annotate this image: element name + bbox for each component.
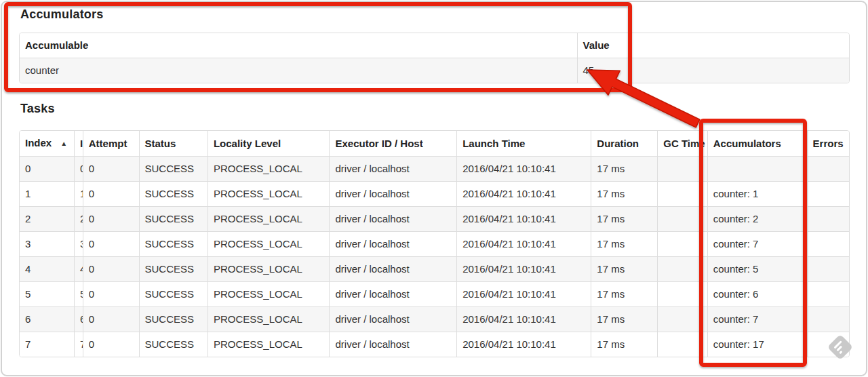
col-header-errors[interactable]: Errors <box>807 131 849 157</box>
cell-attempt: 0 <box>83 157 139 182</box>
cell-status: SUCCESS <box>139 282 208 307</box>
cell-errors <box>807 182 849 207</box>
cell-attempt: 0 <box>83 257 139 282</box>
cell-locality-level: PROCESS_LOCAL <box>208 157 330 182</box>
cell-attempt: 0 <box>83 232 139 257</box>
cell-accumulators: counter: 6 <box>707 282 807 307</box>
cell-index: 4 <box>20 257 74 282</box>
cell-status: SUCCESS <box>139 332 208 357</box>
cell-gc-time <box>658 307 707 332</box>
cell-locality-level: PROCESS_LOCAL <box>208 257 330 282</box>
cell-index: 1 <box>20 182 74 207</box>
cell-attempt: 0 <box>83 332 139 357</box>
col-header-accumulable[interactable]: Accumulable <box>20 33 577 58</box>
header-row: Accumulable Value <box>20 33 850 58</box>
tasks-section-title: Tasks <box>20 102 55 116</box>
cell-index: 3 <box>20 232 74 257</box>
cell-executor-id-host: driver / localhost <box>330 157 457 182</box>
col-header-gc-time[interactable]: GC Time <box>658 131 707 157</box>
table-row: 440SUCCESSPROCESS_LOCALdriver / localhos… <box>20 257 849 282</box>
cell-id: 0 <box>74 157 83 182</box>
table-row: 330SUCCESSPROCESS_LOCALdriver / localhos… <box>20 232 849 257</box>
col-header-duration[interactable]: Duration <box>591 131 658 157</box>
sort-asc-icon: ▲ <box>60 140 67 147</box>
col-header-value[interactable]: Value <box>577 33 850 58</box>
cell-index: 5 <box>20 282 74 307</box>
cell-launch-time: 2016/04/21 10:10:41 <box>457 282 591 307</box>
cell-accumulators: counter: 17 <box>707 332 807 357</box>
cell-executor-id-host: driver / localhost <box>330 232 457 257</box>
col-header-id[interactable]: ID <box>74 131 83 157</box>
cell-gc-time <box>658 257 707 282</box>
cell-locality-level: PROCESS_LOCAL <box>208 282 330 307</box>
cell-executor-id-host: driver / localhost <box>330 182 457 207</box>
cell-locality-level: PROCESS_LOCAL <box>208 332 330 357</box>
cell-executor-id-host: driver / localhost <box>330 282 457 307</box>
cell-status: SUCCESS <box>139 257 208 282</box>
cell-status: SUCCESS <box>139 207 208 232</box>
cell-id: 3 <box>74 232 83 257</box>
table-row: 550SUCCESSPROCESS_LOCALdriver / localhos… <box>20 282 849 307</box>
col-header-accumulators[interactable]: Accumulators <box>707 131 807 157</box>
cell-accumulators: counter: 7 <box>707 307 807 332</box>
cell-id: 6 <box>74 307 83 332</box>
cell-index: 6 <box>20 307 74 332</box>
cell-id: 7 <box>74 332 83 357</box>
cell-accumulators: counter: 5 <box>707 257 807 282</box>
cell-locality-level: PROCESS_LOCAL <box>208 232 330 257</box>
cell-launch-time: 2016/04/21 10:10:41 <box>457 257 591 282</box>
cell-launch-time: 2016/04/21 10:10:41 <box>457 307 591 332</box>
cell-gc-time <box>658 232 707 257</box>
cell-launch-time: 2016/04/21 10:10:41 <box>457 332 591 357</box>
col-header-status[interactable]: Status <box>139 131 208 157</box>
table-row: 220SUCCESSPROCESS_LOCALdriver / localhos… <box>20 207 849 232</box>
cell-duration: 17 ms <box>591 182 658 207</box>
cell-errors <box>807 207 849 232</box>
table-row: 660SUCCESSPROCESS_LOCALdriver / localhos… <box>20 307 849 332</box>
cell-locality-level: PROCESS_LOCAL <box>208 182 330 207</box>
table-row: 000SUCCESSPROCESS_LOCALdriver / localhos… <box>20 157 849 182</box>
cell-errors <box>807 282 849 307</box>
col-header-launch-time[interactable]: Launch Time <box>457 131 591 157</box>
cell-executor-id-host: driver / localhost <box>330 207 457 232</box>
cell-launch-time: 2016/04/21 10:10:41 <box>457 232 591 257</box>
accumulators-table: Accumulable Value counter 45 <box>19 33 850 83</box>
cell-accumulators: counter: 7 <box>707 232 807 257</box>
cell-status: SUCCESS <box>139 182 208 207</box>
cell-status: SUCCESS <box>139 307 208 332</box>
cell-accumulable: counter <box>20 58 577 83</box>
cell-launch-time: 2016/04/21 10:10:41 <box>457 157 591 182</box>
cell-duration: 17 ms <box>591 257 658 282</box>
col-header-index-label: Index <box>25 137 52 148</box>
accumulators-section-title: Accumulators <box>20 7 103 22</box>
col-header-index[interactable]: Index▲ <box>20 131 74 157</box>
cell-gc-time <box>658 207 707 232</box>
col-header-attempt[interactable]: Attempt <box>83 131 139 157</box>
cell-gc-time <box>658 282 707 307</box>
cell-executor-id-host: driver / localhost <box>330 332 457 357</box>
cell-index: 2 <box>20 207 74 232</box>
cell-accumulators <box>707 157 807 182</box>
cell-errors <box>807 232 849 257</box>
cell-attempt: 0 <box>83 207 139 232</box>
cell-errors <box>807 257 849 282</box>
tasks-table: Index▲ ID Attempt Status Locality Level … <box>19 130 850 357</box>
cell-duration: 17 ms <box>591 332 658 357</box>
col-header-executor-id-host[interactable]: Executor ID / Host <box>330 131 457 157</box>
cell-attempt: 0 <box>83 282 139 307</box>
cell-duration: 17 ms <box>591 307 658 332</box>
cell-accumulators: counter: 1 <box>707 182 807 207</box>
cell-locality-level: PROCESS_LOCAL <box>208 307 330 332</box>
table-row: 770SUCCESSPROCESS_LOCALdriver / localhos… <box>20 332 849 357</box>
cell-launch-time: 2016/04/21 10:10:41 <box>457 182 591 207</box>
cell-duration: 17 ms <box>591 282 658 307</box>
cell-id: 2 <box>74 207 83 232</box>
table-row: 110SUCCESSPROCESS_LOCALdriver / localhos… <box>20 182 849 207</box>
cell-duration: 17 ms <box>591 157 658 182</box>
cell-executor-id-host: driver / localhost <box>330 257 457 282</box>
cell-value: 45 <box>577 58 850 83</box>
table-row: counter 45 <box>20 58 850 83</box>
col-header-locality-level[interactable]: Locality Level <box>208 131 330 157</box>
cell-status: SUCCESS <box>139 157 208 182</box>
cell-executor-id-host: driver / localhost <box>330 307 457 332</box>
